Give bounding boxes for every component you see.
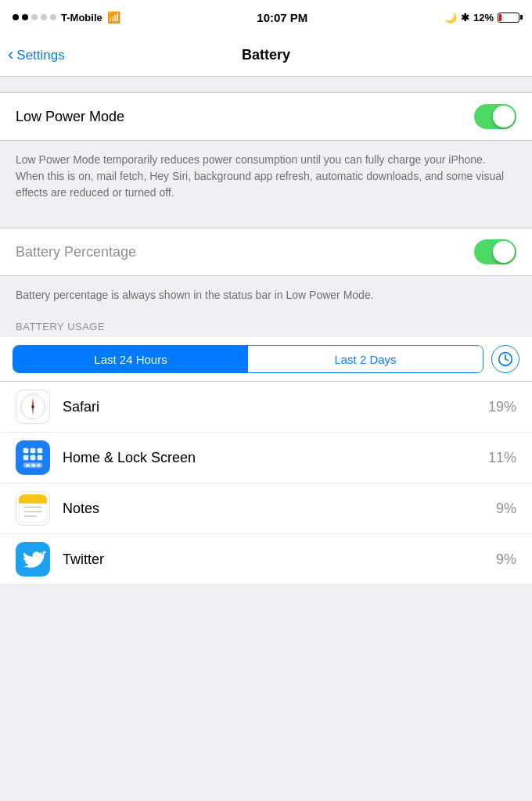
app-row-twitter: Twitter 9% xyxy=(0,534,532,585)
battery-percent-label: 12% xyxy=(473,12,494,23)
clock-filter-button[interactable] xyxy=(491,345,519,373)
notes-app-name: Notes xyxy=(63,501,496,517)
twitter-app-name: Twitter xyxy=(63,551,496,568)
segment-control-container: Last 24 Hours Last 2 Days xyxy=(0,337,532,382)
battery-percentage-desc-text: Battery percentage is always shown in th… xyxy=(16,289,374,301)
low-power-mode-row: Low Power Mode xyxy=(0,93,532,140)
back-button[interactable]: ‹ Settings xyxy=(8,48,65,63)
app-row-notes: Notes 9% xyxy=(0,483,532,534)
svg-rect-17 xyxy=(31,464,35,466)
segment-control[interactable]: Last 24 Hours Last 2 Days xyxy=(13,345,483,373)
notes-app-percentage: 9% xyxy=(496,501,516,517)
nav-bar: ‹ Settings Battery xyxy=(0,34,532,77)
app-row-safari: Safari 19% xyxy=(0,382,532,433)
battery-percentage-group: Battery Percentage xyxy=(0,228,532,276)
svg-rect-12 xyxy=(23,455,29,461)
svg-rect-10 xyxy=(31,448,36,454)
toggle-knob xyxy=(493,106,515,128)
wifi-icon: 📶 xyxy=(107,11,120,23)
app-usage-list: Safari 19% Home & Lock Screen 11% xyxy=(0,382,532,585)
battery-indicator xyxy=(498,13,519,23)
app-row-homescreen: Home & Lock Screen 11% xyxy=(0,433,532,483)
homescreen-icon xyxy=(19,444,47,472)
safari-app-name: Safari xyxy=(63,399,488,415)
signal-dot-4 xyxy=(41,14,47,20)
svg-rect-9 xyxy=(23,448,29,454)
battery-percentage-label: Battery Percentage xyxy=(16,244,136,260)
low-power-mode-label: Low Power Mode xyxy=(16,109,124,125)
status-left: T-Mobile 📶 xyxy=(13,11,120,23)
moon-icon: 🌙 xyxy=(444,12,457,23)
battery-percentage-toggle[interactable] xyxy=(474,239,516,264)
signal-dots xyxy=(13,14,56,20)
back-label: Settings xyxy=(16,48,64,63)
toggle-knob-2 xyxy=(493,241,515,263)
clock-icon xyxy=(498,351,513,367)
back-chevron-icon: ‹ xyxy=(8,46,13,63)
homescreen-app-percentage: 11% xyxy=(488,450,516,466)
section-gap-top xyxy=(0,77,532,92)
low-power-mode-toggle[interactable] xyxy=(474,104,516,129)
status-bar: T-Mobile 📶 10:07 PM 🌙 ✱ 12% xyxy=(0,0,532,34)
homescreen-app-name: Home & Lock Screen xyxy=(63,450,488,466)
section-gap-mid xyxy=(0,212,532,220)
notes-app-icon xyxy=(16,491,50,526)
homescreen-app-icon xyxy=(16,440,50,475)
battery-fill xyxy=(499,14,501,21)
svg-rect-18 xyxy=(38,464,40,466)
low-power-mode-group: Low Power Mode xyxy=(0,92,532,141)
svg-rect-13 xyxy=(31,455,36,461)
notes-icon xyxy=(19,494,47,523)
safari-app-icon xyxy=(16,390,50,424)
signal-dot-5 xyxy=(50,14,56,20)
bluetooth-icon: ✱ xyxy=(461,12,469,23)
battery-percentage-row: Battery Percentage xyxy=(0,228,532,275)
safari-app-percentage: 19% xyxy=(488,399,516,415)
battery-body xyxy=(498,13,519,23)
battery-percentage-description: Battery percentage is always shown in th… xyxy=(0,276,532,314)
safari-icon xyxy=(19,393,47,421)
svg-rect-14 xyxy=(38,455,43,461)
status-right: 🌙 ✱ 12% xyxy=(444,12,519,23)
low-power-mode-description: Low Power Mode temporarily reduces power… xyxy=(0,141,532,212)
battery-usage-section-label: BATTERY USAGE xyxy=(0,314,532,337)
twitter-app-icon xyxy=(16,542,50,577)
signal-dot-1 xyxy=(13,14,19,20)
twitter-app-percentage: 9% xyxy=(496,551,516,568)
carrier-label: T-Mobile xyxy=(61,12,102,23)
segment-last-2days[interactable]: Last 2 Days xyxy=(248,346,483,372)
svg-rect-16 xyxy=(26,464,30,466)
twitter-icon xyxy=(19,545,47,573)
page-title: Battery xyxy=(242,47,290,63)
svg-rect-21 xyxy=(19,500,47,504)
segment-last-24h[interactable]: Last 24 Hours xyxy=(13,346,248,372)
signal-dot-3 xyxy=(31,14,38,20)
svg-rect-11 xyxy=(38,448,43,454)
svg-point-7 xyxy=(31,405,34,408)
signal-dot-2 xyxy=(22,14,28,20)
status-time: 10:07 PM xyxy=(257,11,307,24)
